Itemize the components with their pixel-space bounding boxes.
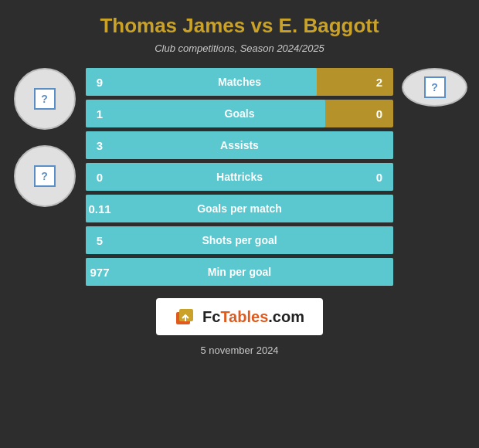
stat-value-right: 0	[365, 171, 393, 184]
stat-value-right: 2	[365, 76, 393, 89]
logo-icon	[175, 306, 196, 328]
logo-text: FcTables.com	[202, 308, 304, 326]
stat-row-inner: 1Goals0	[86, 100, 393, 127]
stat-row-inner: 977Min per goal	[86, 258, 393, 286]
page-subtitle: Club competitions, Season 2024/2025	[15, 42, 464, 54]
stat-value-left: 3	[86, 139, 114, 152]
logo-area: FcTables.com	[156, 298, 323, 335]
stat-row: 977Min per goal	[86, 258, 393, 286]
main-content: ? ? 9Matches21Goals03Assists0Hattricks00…	[0, 60, 479, 286]
page-title: Thomas James vs E. Baggott	[15, 14, 464, 38]
player3-placeholder: ?	[34, 165, 56, 187]
page-header: Thomas James vs E. Baggott Club competit…	[0, 0, 479, 60]
stat-value-left: 977	[86, 266, 114, 279]
stat-label: Goals per match	[114, 202, 365, 215]
stat-row: 5Shots per goal	[86, 226, 393, 254]
stat-row-inner: 5Shots per goal	[86, 226, 393, 254]
stat-row: 0Hattricks0	[86, 163, 393, 191]
players-left: ? ?	[8, 68, 81, 207]
stat-label: Hattricks	[114, 171, 365, 183]
footer-date: 5 november 2024	[200, 344, 278, 356]
stat-value-left: 9	[86, 76, 114, 89]
stat-value-left: 5	[86, 234, 114, 247]
stat-row-inner: 9Matches2	[86, 68, 393, 96]
stat-row: 0.11Goals per match	[86, 195, 393, 222]
stat-row-inner: 0Hattricks0	[86, 163, 393, 191]
players-right: ?	[398, 68, 471, 107]
stat-value-left: 0	[86, 171, 114, 184]
stat-value-left: 0.11	[86, 202, 114, 216]
logo-box: FcTables.com	[156, 298, 323, 335]
player3-avatar: ?	[14, 145, 76, 207]
stat-row-inner: 3Assists	[86, 131, 393, 159]
stat-value-right: 0	[365, 107, 393, 120]
stat-row-inner: 0.11Goals per match	[86, 195, 393, 222]
stat-label: Assists	[114, 139, 365, 151]
stat-label: Matches	[114, 76, 365, 88]
player2-avatar: ?	[402, 68, 467, 107]
player2-placeholder: ?	[424, 76, 446, 98]
player1-placeholder: ?	[34, 88, 56, 110]
stat-label: Min per goal	[114, 266, 365, 278]
stats-container: 9Matches21Goals03Assists0Hattricks00.11G…	[86, 68, 393, 286]
stat-value-left: 1	[86, 107, 114, 120]
player1-avatar: ?	[14, 68, 76, 130]
stat-row: 3Assists	[86, 131, 393, 159]
stat-row: 1Goals0	[86, 100, 393, 127]
stat-row: 9Matches2	[86, 68, 393, 96]
stat-label: Shots per goal	[114, 234, 365, 246]
stat-label: Goals	[114, 107, 365, 120]
